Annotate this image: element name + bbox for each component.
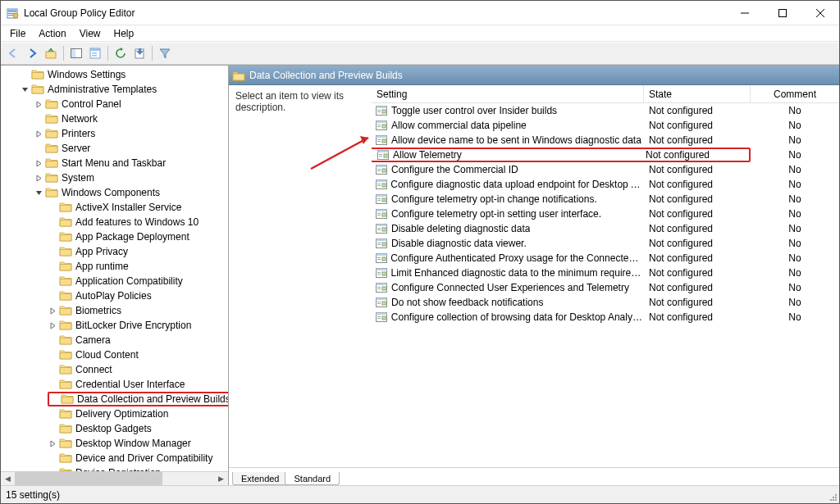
tree-item[interactable]: Windows Settings xyxy=(1,67,228,82)
setting-row[interactable]: Configure Connected User Experiences and… xyxy=(372,280,839,295)
tree-item[interactable]: App Package Deployment xyxy=(1,229,228,244)
svg-rect-85 xyxy=(377,302,381,302)
close-button[interactable] xyxy=(801,1,839,25)
show-hide-tree-button[interactable] xyxy=(67,44,85,62)
tree-scrollbar[interactable]: ◀▶ xyxy=(1,471,228,485)
refresh-button[interactable] xyxy=(112,44,130,62)
tree-item[interactable]: Network xyxy=(1,111,228,126)
svg-rect-70 xyxy=(377,257,381,258)
svg-rect-30 xyxy=(377,139,381,140)
setting-row[interactable]: Limit Enhanced diagnostic data to the mi… xyxy=(372,266,839,280)
svg-rect-49 xyxy=(377,195,387,198)
setting-row[interactable]: Disable diagnostic data viewer.Not confi… xyxy=(372,236,839,251)
menu-help[interactable]: Help xyxy=(108,27,140,40)
svg-rect-84 xyxy=(377,298,387,301)
tree-item[interactable]: App runtime xyxy=(1,259,228,274)
setting-row[interactable]: Configure diagnostic data upload endpoin… xyxy=(372,177,839,192)
svg-rect-2 xyxy=(8,13,14,14)
tree-item[interactable]: App Privacy xyxy=(1,244,228,259)
tree-item[interactable]: Start Menu and Taskbar xyxy=(1,156,228,170)
svg-rect-47 xyxy=(382,184,386,187)
setting-row[interactable]: Allow device name to be sent in Windows … xyxy=(372,133,839,148)
svg-rect-67 xyxy=(382,243,386,246)
tree-item[interactable]: Device and Driver Compatibility xyxy=(1,451,228,465)
tree-item[interactable]: System xyxy=(1,170,228,185)
status-bar: 15 setting(s) xyxy=(1,485,839,503)
col-state[interactable]: State xyxy=(644,85,751,102)
setting-row[interactable]: Configure Authenticated Proxy usage for … xyxy=(372,251,839,266)
svg-rect-95 xyxy=(835,497,837,498)
tree-item[interactable]: BitLocker Drive Encryption xyxy=(1,318,228,333)
tree-item[interactable]: Biometrics xyxy=(1,303,228,318)
menu-action[interactable]: Action xyxy=(33,27,71,40)
tree-item[interactable]: Application Compatibility xyxy=(1,274,228,288)
svg-rect-62 xyxy=(382,228,386,231)
svg-rect-60 xyxy=(377,228,381,229)
svg-rect-24 xyxy=(377,121,387,124)
tree-item[interactable]: Data Collection and Preview Builds xyxy=(1,392,228,406)
svg-rect-66 xyxy=(377,244,381,245)
setting-row[interactable]: Configure collection of browsing data fo… xyxy=(372,310,839,325)
svg-rect-77 xyxy=(382,272,386,275)
svg-rect-69 xyxy=(377,254,387,257)
setting-row[interactable]: Configure telemetry opt-in setting user … xyxy=(372,207,839,221)
svg-rect-32 xyxy=(382,139,386,143)
export-list-button[interactable] xyxy=(130,44,148,62)
tree-item[interactable]: Delivery Optimization xyxy=(1,406,228,421)
tree-item[interactable]: Device Registration xyxy=(1,465,228,471)
maximize-button[interactable] xyxy=(764,1,801,25)
tree-item[interactable]: Desktop Gadgets xyxy=(1,421,228,436)
setting-row[interactable]: Disable deleting diagnostic dataNot conf… xyxy=(372,221,839,236)
menu-file[interactable]: File xyxy=(4,27,31,40)
settings-header: Data Collection and Preview Builds xyxy=(229,66,839,85)
tab-standard[interactable]: Standard xyxy=(285,472,340,485)
svg-rect-15 xyxy=(92,55,97,57)
svg-rect-59 xyxy=(377,225,387,227)
window-title: Local Group Policy Editor xyxy=(24,7,726,19)
setting-row[interactable]: Configure the Commercial IDNot configure… xyxy=(372,162,839,177)
svg-rect-55 xyxy=(377,213,381,214)
setting-row[interactable]: Allow TelemetryNot configuredNo xyxy=(372,148,839,162)
svg-point-4 xyxy=(13,13,18,18)
tree-item[interactable]: Control Panel xyxy=(1,97,228,111)
svg-line-8 xyxy=(816,9,824,17)
tree-item[interactable]: Camera xyxy=(1,333,228,347)
properties-button[interactable] xyxy=(86,44,104,62)
settings-header-title: Data Collection and Preview Builds xyxy=(249,70,403,81)
tree-item[interactable]: Desktop Window Manager xyxy=(1,436,228,451)
tree-item[interactable]: ActiveX Installer Service xyxy=(1,200,228,215)
tree-item[interactable]: Windows Components xyxy=(1,185,228,200)
tree-item[interactable]: Cloud Content xyxy=(1,347,228,362)
minimize-button[interactable] xyxy=(726,1,764,25)
svg-rect-31 xyxy=(377,141,381,142)
folder-icon xyxy=(232,70,245,81)
setting-row[interactable]: Do not show feedback notificationsNot co… xyxy=(372,295,839,310)
tree-item[interactable]: Printers xyxy=(1,126,228,141)
svg-rect-40 xyxy=(377,169,381,170)
tab-extended[interactable]: Extended xyxy=(232,472,288,485)
filter-button[interactable] xyxy=(156,44,174,62)
forward-button[interactable] xyxy=(23,44,41,62)
tree-item[interactable]: Add features to Windows 10 xyxy=(1,215,228,229)
svg-rect-11 xyxy=(71,49,75,57)
view-tabs: Extended Standard xyxy=(229,467,839,485)
setting-row[interactable]: Configure telemetry opt-in change notifi… xyxy=(372,192,839,207)
tree-item[interactable]: Connect xyxy=(1,362,228,377)
settings-list[interactable]: Toggle user control over Insider buildsN… xyxy=(372,103,839,467)
up-button[interactable] xyxy=(42,44,60,62)
col-setting[interactable]: Setting xyxy=(372,85,644,102)
svg-rect-97 xyxy=(833,497,834,498)
svg-rect-25 xyxy=(377,125,381,125)
setting-row[interactable]: Toggle user control over Insider buildsN… xyxy=(372,103,839,118)
setting-row[interactable]: Allow commercial data pipelineNot config… xyxy=(372,118,839,133)
tree-view[interactable]: Windows SettingsAdministrative Templates… xyxy=(1,66,228,471)
svg-rect-39 xyxy=(377,166,387,168)
svg-rect-74 xyxy=(377,269,387,271)
tree-item[interactable]: Administrative Templates xyxy=(1,82,228,97)
svg-rect-82 xyxy=(382,287,386,290)
menu-view[interactable]: View xyxy=(74,27,107,40)
tree-item[interactable]: AutoPlay Policies xyxy=(1,288,228,303)
col-comment[interactable]: Comment xyxy=(751,85,839,102)
tree-item[interactable]: Credential User Interface xyxy=(1,377,228,392)
tree-item[interactable]: Server xyxy=(1,141,228,156)
